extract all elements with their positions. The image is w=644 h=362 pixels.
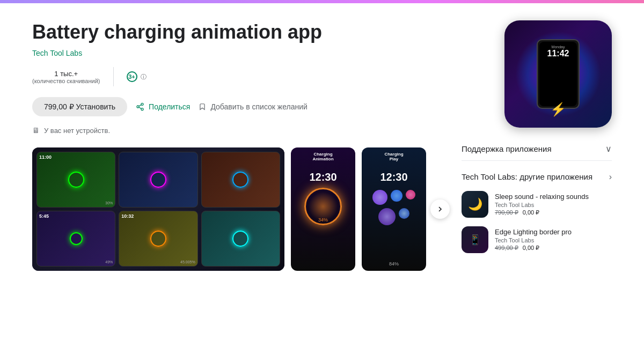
phone-card-2 bbox=[119, 152, 197, 208]
svg-point-1 bbox=[137, 106, 139, 108]
bubble-1 bbox=[372, 190, 387, 205]
left-section: Battery charging animation app Tech Tool… bbox=[32, 20, 440, 271]
ss2-inner: ChargingPlay 12:30 84% bbox=[362, 147, 426, 271]
no-device-text: У вас нет устройств. bbox=[44, 127, 110, 135]
app-icon-large: Monday 11:42 ⚡ bbox=[504, 20, 612, 128]
screenshot-small-2[interactable]: ChargingPlay 12:30 84% bbox=[362, 147, 426, 271]
downloads-info: 1 тыс.+ (количество скачиваний) bbox=[32, 70, 100, 84]
bubble-5 bbox=[399, 208, 409, 219]
meta-divider bbox=[113, 67, 114, 86]
edge-icon-glyph: 📱 bbox=[469, 234, 481, 246]
no-device-message: 🖥 У вас нет устройств. bbox=[32, 126, 440, 135]
screenshot-main[interactable]: 11:00 30% 5:45 49% bbox=[32, 147, 284, 271]
other-apps-section: Tech Tool Labs: другие приложения › 🌙 Sl… bbox=[462, 172, 612, 253]
ss1-swirl: 34% bbox=[304, 188, 342, 225]
support-section: Поддержка приложения ∨ Tech Tool Labs: д… bbox=[462, 144, 612, 253]
downloads-label: (количество скачиваний) bbox=[32, 78, 100, 84]
ss1-inner: ChargingAnimation 12:30 34% bbox=[291, 147, 355, 271]
downloads-count: 1 тыс.+ bbox=[32, 70, 100, 78]
phone-card-1: 11:00 30% bbox=[36, 152, 115, 208]
svg-line-3 bbox=[139, 107, 142, 109]
age-rating-row: 3+ ⓘ bbox=[127, 71, 147, 82]
ss2-header: ChargingPlay bbox=[380, 147, 407, 166]
phone-card-3 bbox=[201, 152, 280, 208]
bubble-4 bbox=[378, 208, 396, 225]
icon-phone-day: Monday bbox=[552, 45, 565, 49]
chevron-right-icon bbox=[436, 205, 444, 213]
phone-card-4: 5:45 49% bbox=[36, 211, 115, 267]
action-buttons-row: 799,00 ₽ Установить Поделиться Добавить … bbox=[32, 97, 440, 116]
age-rating-value: 3+ bbox=[128, 73, 135, 80]
glow-ring-blue bbox=[232, 172, 248, 188]
edge-app-info: Edge Lighting border pro Tech Tool Labs … bbox=[495, 228, 612, 252]
edge-app-price: 499,00 ₽ 0,00 ₽ bbox=[495, 245, 612, 252]
arrow-right-icon: › bbox=[609, 172, 612, 182]
phone-card-5: 10:32 45.005% bbox=[119, 211, 197, 267]
monitor-icon: 🖥 bbox=[32, 126, 40, 135]
phone-card-6 bbox=[201, 211, 280, 267]
sleep-price-current: 0,00 ₽ bbox=[523, 209, 539, 216]
wishlist-button[interactable]: Добавить в список желаний bbox=[199, 102, 307, 111]
main-content: Battery charging animation app Tech Tool… bbox=[0, 3, 644, 271]
share-label: Поделиться bbox=[149, 102, 190, 111]
screenshot-small-1[interactable]: ChargingAnimation 12:30 34% bbox=[291, 147, 355, 271]
sleep-app-name: Sleep sound - relaxing sounds bbox=[495, 193, 612, 201]
icon-phone-screen: Monday 11:42 bbox=[539, 42, 577, 106]
ss1-time: 12:30 bbox=[309, 171, 336, 183]
edge-price-current: 0,00 ₽ bbox=[523, 245, 539, 252]
bubble-3 bbox=[406, 190, 415, 200]
right-section: Monday 11:42 ⚡ Поддержка приложения ∨ Te… bbox=[462, 20, 612, 271]
icon-phone-time: 11:42 bbox=[547, 49, 569, 58]
ss2-title: ChargingPlay bbox=[384, 152, 403, 161]
next-screenshot-button[interactable] bbox=[430, 200, 450, 219]
ss2-percent: 84% bbox=[389, 261, 399, 271]
install-label: Установить bbox=[76, 102, 115, 111]
sleep-app-price: 790,00 ₽ 0,00 ₽ bbox=[495, 209, 612, 216]
app-icon-phone: Monday 11:42 bbox=[537, 39, 580, 109]
glow-ring-orange bbox=[150, 231, 166, 247]
list-item-sleep[interactable]: 🌙 Sleep sound - relaxing sounds Tech Too… bbox=[462, 191, 612, 218]
share-icon bbox=[136, 102, 144, 111]
ss2-bubbles bbox=[362, 190, 426, 225]
age-info-icon[interactable]: ⓘ bbox=[141, 73, 147, 81]
bookmark-icon bbox=[199, 103, 206, 110]
age-rating-circle: 3+ bbox=[127, 71, 137, 82]
other-apps-header[interactable]: Tech Tool Labs: другие приложения › bbox=[462, 172, 612, 182]
sleep-app-icon: 🌙 bbox=[462, 191, 488, 218]
glow-ring-pink bbox=[150, 172, 166, 188]
edge-price-original: 499,00 ₽ bbox=[495, 245, 518, 252]
edge-app-icon: 📱 bbox=[462, 226, 488, 253]
svg-line-4 bbox=[139, 105, 142, 107]
developer-link[interactable]: Tech Tool Labs bbox=[32, 49, 440, 57]
svg-point-0 bbox=[141, 104, 143, 106]
glow-ring-green-sm bbox=[70, 232, 83, 245]
ss1-title: ChargingAnimation bbox=[312, 152, 333, 161]
sleep-price-original: 790,00 ₽ bbox=[495, 209, 518, 216]
glow-ring-green bbox=[68, 172, 84, 188]
lightning-bolt-icon: ⚡ bbox=[550, 102, 566, 117]
screenshot-phones-grid: 11:00 30% 5:45 49% bbox=[32, 147, 284, 271]
bubble-2 bbox=[391, 190, 402, 202]
share-button[interactable]: Поделиться bbox=[136, 102, 190, 111]
edge-app-name: Edge Lighting border pro bbox=[495, 228, 612, 236]
glow-ring-cyan bbox=[232, 231, 248, 247]
wishlist-label: Добавить в список желаний bbox=[210, 102, 307, 111]
install-price: 799,00 ₽ bbox=[44, 102, 74, 111]
sleep-app-dev: Tech Tool Labs bbox=[495, 202, 612, 208]
svg-point-2 bbox=[141, 108, 143, 110]
install-button[interactable]: 799,00 ₽ Установить bbox=[32, 97, 127, 116]
sleep-icon-glyph: 🌙 bbox=[468, 197, 482, 211]
screenshots-section: 11:00 30% 5:45 49% bbox=[32, 147, 440, 271]
sleep-app-info: Sleep sound - relaxing sounds Tech Tool … bbox=[495, 193, 612, 216]
ss2-time: 12:30 bbox=[380, 171, 407, 183]
other-apps-title: Tech Tool Labs: другие приложения bbox=[462, 172, 592, 182]
support-header[interactable]: Поддержка приложения ∨ bbox=[462, 144, 612, 161]
edge-app-dev: Tech Tool Labs bbox=[495, 237, 612, 243]
support-title: Поддержка приложения bbox=[462, 144, 552, 153]
ss1-percent: 34% bbox=[318, 217, 328, 223]
chevron-down-icon: ∨ bbox=[605, 144, 612, 154]
meta-row: 1 тыс.+ (количество скачиваний) 3+ ⓘ bbox=[32, 67, 440, 86]
app-title: Battery charging animation app bbox=[32, 20, 440, 43]
ss1-header: ChargingAnimation bbox=[308, 147, 338, 166]
list-item-edge[interactable]: 📱 Edge Lighting border pro Tech Tool Lab… bbox=[462, 226, 612, 253]
